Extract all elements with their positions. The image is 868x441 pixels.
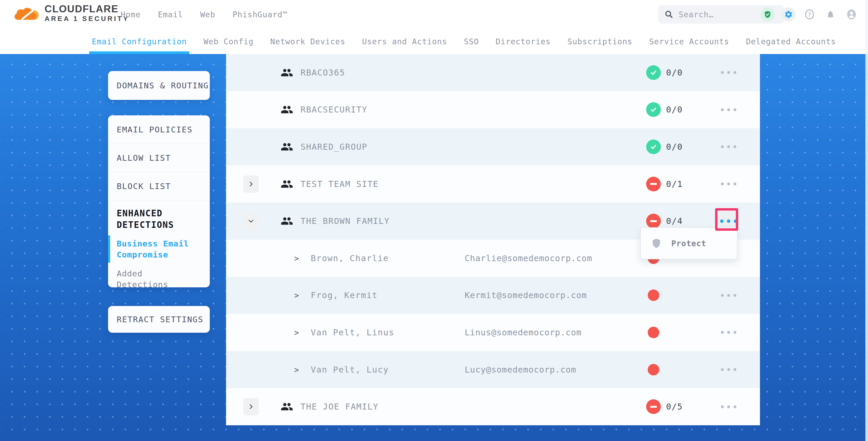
tab-web-config[interactable]: Web Config (204, 29, 254, 54)
tab-users-and-actions[interactable]: Users and Actions (362, 29, 447, 54)
nav-link-email[interactable]: Email (158, 10, 183, 19)
tab-email-configuration[interactable]: Email Configuration (92, 29, 187, 54)
sidebar-card-policies: EMAIL POLICIESALLOW LISTBLOCK LIST ENHAN… (108, 115, 210, 287)
status-dot (648, 327, 659, 338)
nav-link-home[interactable]: Home (121, 10, 141, 19)
status-badge (646, 102, 661, 117)
sidebar-item-email-policies[interactable]: EMAIL POLICIES (108, 115, 210, 144)
row-name-label: RBACO365 (301, 68, 345, 77)
status-dot (648, 364, 659, 375)
protected-count-label: 0/4 (666, 216, 683, 226)
page-background: CLOUDFLARE AREA 1 SECURITY HomeEmailWebP… (0, 0, 868, 441)
row-name-label: Van Pelt, Linus (311, 327, 394, 338)
sidebar-subitem-added-detections[interactable]: Added Detections (117, 267, 198, 290)
chevron-right-icon (248, 218, 254, 224)
chevron-right-icon (248, 403, 254, 410)
account-avatar-icon[interactable] (844, 7, 859, 22)
settings-gear-icon[interactable] (781, 7, 796, 22)
group-people-icon (281, 215, 293, 227)
expand-toggle-button[interactable] (243, 212, 258, 230)
minus-icon (650, 220, 657, 222)
status-badge (646, 139, 661, 154)
brand-name: CLOUDFLARE (44, 3, 129, 14)
check-icon (650, 143, 657, 151)
shield-icon (651, 238, 662, 249)
minus-icon (650, 183, 657, 185)
sidebar-subitem-business-email-compromise[interactable]: Business Email Compromise (117, 238, 198, 261)
member-email-label: Linus@somedemocorp.com (465, 327, 582, 338)
nav-link-phishguard-[interactable]: PhishGuard™ (232, 10, 288, 19)
tab-network-devices[interactable]: Network Devices (270, 29, 345, 54)
protected-count-label: 0/0 (666, 68, 683, 77)
search-icon (664, 10, 674, 19)
cloudflare-cloud-icon (13, 2, 41, 24)
search-input[interactable] (679, 10, 768, 19)
security-status-shield-icon[interactable] (761, 7, 775, 22)
member-chevron-icon: > (294, 365, 299, 374)
check-icon (650, 69, 657, 76)
minus-icon (650, 406, 657, 408)
row-actions-button[interactable] (717, 172, 740, 196)
tab-service-accounts[interactable]: Service Accounts (649, 29, 729, 54)
check-icon (650, 106, 657, 114)
row-actions-button[interactable] (717, 61, 740, 85)
row-name-label: THE BROWN FAMILY (301, 216, 390, 226)
row-actions-button[interactable] (717, 358, 740, 381)
top-header: CLOUDFLARE AREA 1 SECURITY HomeEmailWebP… (0, 0, 868, 29)
enhanced-detections-section: ENHANCED DETECTIONS Business Email Compr… (108, 200, 210, 290)
tab-sso[interactable]: SSO (464, 29, 479, 54)
enhanced-detections-label[interactable]: ENHANCED DETECTIONS (117, 208, 195, 231)
domains-routing-label: DOMAINS & ROUTING (117, 81, 209, 90)
row-actions-button[interactable] (717, 135, 740, 159)
sidebar-item-allow-list[interactable]: ALLOW LIST (108, 144, 210, 172)
row-name-label: SHARED_GROUP (301, 142, 367, 152)
chevron-right-icon (248, 181, 254, 187)
protected-count-label: 0/1 (666, 179, 683, 189)
protect-menu-item[interactable]: Protect (671, 239, 706, 248)
tab-subscriptions[interactable]: Subscriptions (567, 29, 632, 54)
sidebar-card-domains-routing[interactable]: DOMAINS & ROUTING (108, 71, 210, 100)
row-actions-button[interactable] (717, 321, 740, 344)
status-badge (646, 214, 661, 228)
expand-toggle-button[interactable] (243, 176, 258, 193)
status-badge (646, 399, 661, 414)
group-people-icon (281, 400, 293, 413)
section-tabs: Email ConfigurationWeb ConfigNetwork Dev… (0, 29, 868, 54)
notifications-bell-icon[interactable] (824, 7, 838, 22)
row-name-label: THE JOE FAMILY (301, 402, 379, 412)
group-row: SHARED_GROUP 0/0 (226, 128, 760, 165)
member-chevron-icon: > (294, 291, 299, 300)
row-actions-menu[interactable]: Protect (640, 227, 737, 259)
group-row: TEST TEAM SITE 0/1 (226, 165, 760, 203)
row-name-label: Brown, Charlie (311, 253, 389, 263)
expand-toggle-button[interactable] (243, 398, 258, 415)
retract-settings-label: RETRACT SETTINGS (117, 315, 204, 324)
product-name: AREA 1 SECURITY (44, 14, 129, 23)
sidebar-item-block-list[interactable]: BLOCK LIST (108, 172, 210, 200)
header-icons: ? (761, 7, 859, 22)
member-email-label: Charlie@somedemocorp.com (465, 253, 592, 263)
group-row: RBACO365 0/0 (226, 54, 760, 91)
row-actions-button[interactable] (717, 98, 740, 121)
cloudflare-logo[interactable]: CLOUDFLARE AREA 1 SECURITY (13, 2, 129, 24)
member-row: > Frog, Kermit Kermit@somedemocorp.com (226, 277, 760, 314)
svg-text:?: ? (808, 11, 811, 18)
nav-link-web[interactable]: Web (200, 10, 215, 19)
member-row: > Van Pelt, Linus Linus@somedemocorp.com (226, 314, 760, 351)
annotation-highlight-box (715, 208, 738, 231)
scrollbar-track[interactable] (865, 0, 868, 441)
sidebar-item-label: BLOCK LIST (117, 182, 171, 191)
group-people-icon (281, 178, 293, 190)
help-icon[interactable]: ? (802, 7, 816, 22)
policy-items: EMAIL POLICIESALLOW LISTBLOCK LIST (108, 115, 210, 200)
tab-delegated-accounts[interactable]: Delegated Accounts (746, 29, 836, 54)
sidebar-item-label: EMAIL POLICIES (117, 125, 192, 134)
tab-directories[interactable]: Directories (496, 29, 551, 54)
protected-count-label: 0/0 (666, 142, 683, 152)
row-actions-button[interactable] (717, 395, 740, 418)
main-nav: HomeEmailWebPhishGuard™ (121, 0, 287, 29)
row-name-label: Frog, Kermit (311, 290, 378, 300)
row-actions-button[interactable] (717, 283, 740, 307)
sidebar-card-retract-settings[interactable]: RETRACT SETTINGS (108, 306, 210, 333)
group-row: RBACSECURITY 0/0 (226, 91, 760, 128)
